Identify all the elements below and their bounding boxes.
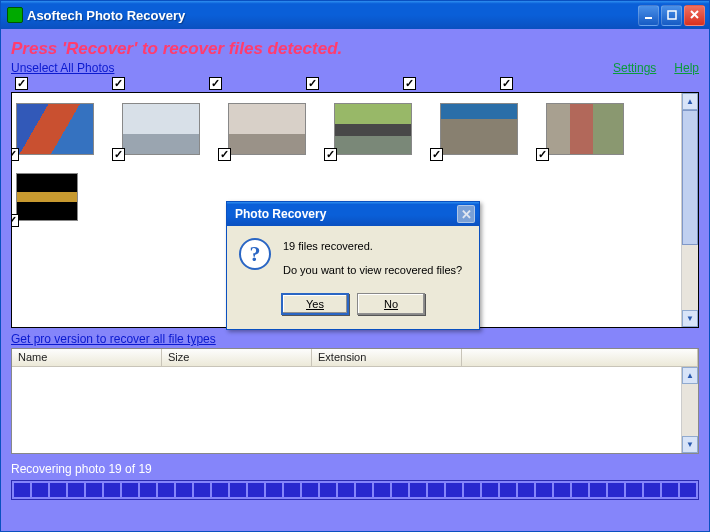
thumbnail-checkbox-icon[interactable]: ✓: [218, 148, 231, 161]
photo-thumbnail[interactable]: ✓: [440, 103, 522, 155]
photo-image: [440, 103, 518, 155]
recovery-dialog: Photo Recovery ✕ ? 19 files recovered. D…: [226, 201, 480, 330]
scroll-up-icon[interactable]: ▲: [682, 93, 698, 110]
dialog-text: 19 files recovered. Do you want to view …: [283, 238, 462, 279]
thumbnail-checkbox-icon[interactable]: ✓: [112, 148, 125, 161]
column-header-name[interactable]: Name: [12, 349, 162, 366]
svg-rect-1: [668, 11, 676, 19]
thumbnail-checkbox-icon[interactable]: ✓: [536, 148, 549, 161]
checkbox-header-row: ✓ ✓ ✓ ✓ ✓ ✓: [11, 77, 699, 90]
table-scrollbar[interactable]: ▲ ▼: [681, 367, 698, 453]
instruction-text: Press 'Recover' to recover files detecte…: [11, 39, 699, 59]
maximize-button[interactable]: [661, 5, 682, 26]
checkbox-icon[interactable]: ✓: [112, 77, 125, 90]
scroll-track[interactable]: [682, 110, 698, 310]
checkbox-icon[interactable]: ✓: [500, 77, 513, 90]
checkbox-icon[interactable]: ✓: [209, 77, 222, 90]
photo-thumbnail[interactable]: ✓: [546, 103, 628, 155]
checkbox-icon[interactable]: ✓: [15, 77, 28, 90]
photo-image: [122, 103, 200, 155]
window-title: Asoftech Photo Recovery: [27, 8, 638, 23]
dialog-line1: 19 files recovered.: [283, 238, 462, 256]
checkbox-icon[interactable]: ✓: [403, 77, 416, 90]
thumbnail-checkbox-icon[interactable]: ✓: [430, 148, 443, 161]
yes-button[interactable]: Yes: [281, 293, 349, 315]
dialog-close-button[interactable]: ✕: [457, 205, 475, 223]
unselect-all-link[interactable]: Unselect All Photos: [11, 61, 114, 75]
photo-thumbnail[interactable]: ✓: [16, 173, 98, 221]
app-icon: [7, 7, 23, 23]
photo-image: [546, 103, 624, 155]
photo-thumbnail[interactable]: ✓: [122, 103, 204, 155]
file-table: Name Size Extension ▲ ▼: [11, 348, 699, 454]
dialog-line2: Do you want to view recovered files?: [283, 262, 462, 280]
column-header-spacer: [462, 349, 698, 366]
help-link[interactable]: Help: [674, 61, 699, 75]
svg-rect-0: [645, 17, 652, 19]
minimize-button[interactable]: [638, 5, 659, 26]
progress-bar: [11, 480, 699, 500]
app-window: Asoftech Photo Recovery Press 'Recover' …: [0, 0, 710, 532]
scroll-thumb[interactable]: [682, 110, 698, 245]
close-button[interactable]: [684, 5, 705, 26]
photo-thumbnail[interactable]: ✓: [334, 103, 416, 155]
dialog-titlebar: Photo Recovery ✕: [227, 202, 479, 226]
scroll-track[interactable]: [682, 384, 698, 436]
thumbnail-checkbox-icon[interactable]: ✓: [11, 214, 19, 227]
checkbox-icon[interactable]: ✓: [306, 77, 319, 90]
photo-image: [16, 173, 78, 221]
dialog-title: Photo Recovery: [235, 207, 457, 221]
thumbnail-checkbox-icon[interactable]: ✓: [324, 148, 337, 161]
photo-thumbnail[interactable]: ✓: [228, 103, 310, 155]
table-header: Name Size Extension: [12, 349, 698, 367]
status-text: Recovering photo 19 of 19: [11, 462, 699, 476]
question-icon: ?: [239, 238, 271, 270]
pro-version-link[interactable]: Get pro version to recover all file type…: [11, 332, 216, 346]
scroll-up-icon[interactable]: ▲: [682, 367, 698, 384]
photo-thumbnail[interactable]: ✓: [16, 103, 98, 155]
thumbnail-checkbox-icon[interactable]: ✓: [11, 148, 19, 161]
thumbnail-scrollbar[interactable]: ▲ ▼: [681, 93, 698, 327]
column-header-size[interactable]: Size: [162, 349, 312, 366]
scroll-down-icon[interactable]: ▼: [682, 310, 698, 327]
titlebar: Asoftech Photo Recovery: [1, 1, 709, 29]
photo-image: [334, 103, 412, 155]
settings-link[interactable]: Settings: [613, 61, 656, 75]
dialog-body: ? 19 files recovered. Do you want to vie…: [227, 226, 479, 329]
photo-image: [16, 103, 94, 155]
photo-image: [228, 103, 306, 155]
window-controls: [638, 5, 705, 26]
scroll-down-icon[interactable]: ▼: [682, 436, 698, 453]
no-button[interactable]: No: [357, 293, 425, 315]
top-links: Unselect All Photos Settings Help: [11, 61, 699, 75]
column-header-extension[interactable]: Extension: [312, 349, 462, 366]
